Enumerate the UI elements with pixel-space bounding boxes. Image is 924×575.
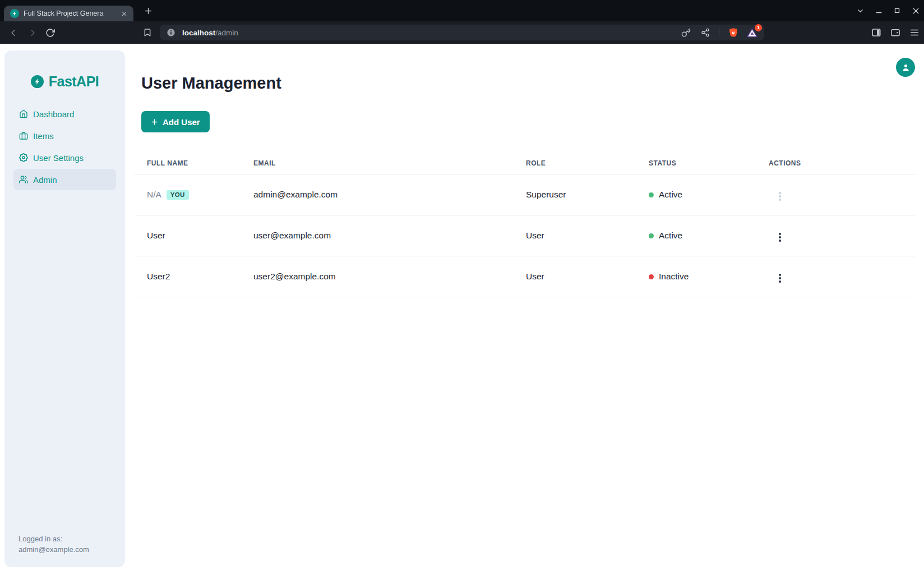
person-icon xyxy=(900,62,911,73)
sidebar-item-label: Dashboard xyxy=(33,109,74,119)
new-tab-button[interactable] xyxy=(141,4,155,17)
status-cell: Active xyxy=(649,190,769,200)
actions-cell xyxy=(769,227,915,245)
browser-tab[interactable]: Full Stack Project Genera xyxy=(4,6,133,21)
col-header-full-name: FULL NAME xyxy=(147,159,253,167)
page-title: User Management xyxy=(141,73,281,93)
reload-icon[interactable] xyxy=(44,27,56,38)
password-key-icon[interactable] xyxy=(681,27,691,38)
page-content: FastAPI Dashboard Items xyxy=(0,44,924,575)
briefcase-icon xyxy=(19,131,28,140)
role-cell: Superuser xyxy=(526,190,649,200)
role-cell: User xyxy=(526,231,649,241)
sidebar-item-items[interactable]: Items xyxy=(13,125,116,146)
minimize-icon[interactable] xyxy=(874,6,883,15)
sidebar-toggle-icon[interactable] xyxy=(871,27,881,38)
status-cell: Active xyxy=(649,231,769,241)
role-cell: User xyxy=(526,272,649,282)
status-label: Inactive xyxy=(659,272,689,282)
share-icon[interactable] xyxy=(700,27,710,38)
brave-shield-icon[interactable] xyxy=(728,27,738,38)
users-table: FULL NAME EMAIL ROLE STATUS ACTIONS N/A … xyxy=(135,152,915,297)
full-name-value: User xyxy=(147,231,165,241)
full-name-value: User2 xyxy=(147,272,170,282)
menu-hamburger-icon[interactable] xyxy=(909,27,920,38)
email-cell: user@example.com xyxy=(253,231,526,241)
logged-in-email: admin@example.com xyxy=(19,544,89,555)
logged-in-label: Logged in as: xyxy=(19,533,89,544)
fastapi-favicon-icon xyxy=(10,9,19,18)
email-cell: user2@example.com xyxy=(253,272,526,282)
table-row: User user@example.com User Active xyxy=(135,215,915,256)
user-avatar-button[interactable] xyxy=(896,58,915,77)
full-name-value: N/A xyxy=(147,190,161,200)
status-label: Active xyxy=(659,190,682,200)
url-host: localhost xyxy=(182,29,215,37)
brave-rewards-icon[interactable]: 1 xyxy=(747,27,757,38)
users-icon xyxy=(19,175,28,184)
rewards-badge: 1 xyxy=(755,24,762,31)
add-user-label: Add User xyxy=(163,117,200,127)
back-icon[interactable] xyxy=(7,27,19,38)
status-cell: Inactive xyxy=(649,272,769,282)
plus-icon xyxy=(151,118,158,126)
full-name-cell: N/A YOU xyxy=(147,190,253,200)
logo-text: FastAPI xyxy=(49,73,99,90)
fastapi-logo: FastAPI xyxy=(4,73,125,90)
url-path: /admin xyxy=(215,29,238,37)
tab-close-icon[interactable] xyxy=(119,8,129,19)
toolbar-divider xyxy=(719,28,719,38)
actions-cell xyxy=(769,268,915,286)
sidebar: FastAPI Dashboard Items xyxy=(4,50,125,567)
url-bar[interactable]: localhost/admin 1 xyxy=(160,25,764,40)
sidebar-item-label: Items xyxy=(33,131,54,141)
browser-toolbar: localhost/admin 1 xyxy=(0,21,924,44)
fastapi-bolt-icon xyxy=(31,75,44,88)
tab-search-chevron-icon[interactable] xyxy=(856,6,865,15)
toolbar-right xyxy=(871,21,920,44)
sidebar-item-admin[interactable]: Admin xyxy=(13,169,116,190)
home-icon xyxy=(19,109,28,118)
row-actions-menu-icon[interactable] xyxy=(776,230,784,245)
gear-icon xyxy=(19,153,28,162)
status-dot-active xyxy=(649,233,654,238)
row-actions-menu-icon[interactable] xyxy=(776,271,784,286)
status-label: Active xyxy=(659,231,682,241)
table-header-row: FULL NAME EMAIL ROLE STATUS ACTIONS xyxy=(135,152,915,174)
you-badge: YOU xyxy=(167,190,189,200)
window-controls xyxy=(856,0,920,21)
col-header-actions: ACTIONS xyxy=(769,159,915,167)
add-user-button[interactable]: Add User xyxy=(141,111,210,132)
close-window-icon[interactable] xyxy=(911,6,920,15)
email-cell: admin@example.com xyxy=(253,190,526,200)
maximize-icon[interactable] xyxy=(893,6,902,15)
col-header-role: ROLE xyxy=(526,159,649,167)
tab-strip: Full Stack Project Genera xyxy=(0,0,924,21)
sidebar-item-user-settings[interactable]: User Settings xyxy=(13,147,116,168)
sidebar-item-label: User Settings xyxy=(33,153,84,163)
sidebar-nav: Dashboard Items User Settings xyxy=(13,103,116,190)
browser-window: Full Stack Project Genera xyxy=(0,0,924,575)
url-text: localhost/admin xyxy=(182,29,238,37)
sidebar-footer: Logged in as: admin@example.com xyxy=(19,533,89,555)
site-info-icon[interactable] xyxy=(167,28,175,37)
row-actions-menu-icon xyxy=(776,189,784,204)
table-row: User2 user2@example.com User Inactive xyxy=(135,256,915,297)
full-name-cell: User xyxy=(147,231,253,241)
wallet-icon[interactable] xyxy=(890,27,900,38)
col-header-email: EMAIL xyxy=(253,159,526,167)
tab-title: Full Stack Project Genera xyxy=(24,10,119,17)
full-name-cell: User2 xyxy=(147,272,253,282)
table-row: N/A YOU admin@example.com Superuser Acti… xyxy=(135,174,915,215)
status-dot-inactive xyxy=(649,274,654,279)
forward-icon[interactable] xyxy=(27,27,38,38)
sidebar-item-label: Admin xyxy=(33,175,57,185)
status-dot-active xyxy=(649,192,654,197)
sidebar-item-dashboard[interactable]: Dashboard xyxy=(13,103,116,125)
actions-cell xyxy=(769,186,915,204)
bookmark-icon[interactable] xyxy=(142,27,153,38)
col-header-status: STATUS xyxy=(649,159,769,167)
